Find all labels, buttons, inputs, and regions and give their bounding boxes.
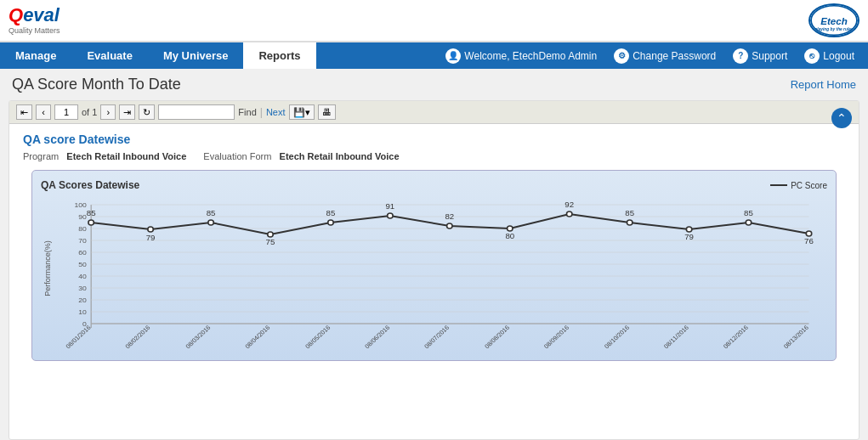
x-label-4: 08/05/2016	[304, 324, 332, 349]
y-axis-label: Performance(%)	[43, 240, 51, 296]
label-6: 82	[445, 212, 454, 221]
chart-container: QA Scores Datewise PC Score Performance(…	[31, 170, 837, 361]
nav-my-universe[interactable]: My Universe	[148, 42, 244, 69]
point-2	[208, 220, 213, 225]
qa-scores-chart: Performance(%) 100 90 80 70 60 50	[41, 196, 827, 349]
label-8: 92	[564, 200, 574, 209]
nav-logout[interactable]: ⎋ Logout	[797, 45, 861, 67]
print-button[interactable]: 🖶	[318, 104, 336, 120]
find-button[interactable]: Find	[238, 107, 256, 117]
x-label-7: 08/08/2016	[483, 324, 511, 349]
svg-text:40: 40	[78, 272, 87, 280]
label-5: 91	[385, 202, 394, 211]
last-page-button[interactable]: ⇥	[119, 104, 135, 120]
report-toolbar: ⇤ ‹ of 1 › ⇥ ↻ Find | Next 💾▾ 🖶	[9, 101, 859, 124]
next-button[interactable]: Next	[266, 107, 286, 117]
report-section-title: QA score Datewise	[23, 133, 845, 146]
next-page-button[interactable]: ›	[100, 104, 116, 120]
legend-label: PC Score	[791, 181, 827, 190]
logo-tagline: Quality Matters	[9, 26, 60, 35]
nav-welcome: 👤 Welcome, EtechDemo Admin	[439, 45, 604, 67]
nav-reports[interactable]: Reports	[243, 42, 315, 69]
main-content: ⌃ ⇤ ‹ of 1 › ⇥ ↻ Find | Next 💾▾ 🖶 QA sco…	[9, 100, 859, 440]
nav-evaluate[interactable]: Evaluate	[71, 42, 147, 69]
point-3	[268, 232, 273, 237]
program-value: Etech Retail Inbound Voice	[66, 151, 186, 161]
x-label-9: 08/10/2016	[603, 324, 631, 349]
first-page-button[interactable]: ⇤	[16, 104, 32, 120]
eval-form-value: Etech Retail Inbound Voice	[280, 151, 400, 161]
nav-change-password[interactable]: ⚙ Change Password	[607, 45, 723, 67]
svg-text:50: 50	[78, 260, 87, 268]
nav-support[interactable]: ? Support	[726, 45, 794, 67]
x-label-0: 08/01/2016	[64, 324, 92, 349]
page-of-text: of 1	[82, 107, 97, 117]
point-1	[148, 227, 153, 232]
point-6	[447, 223, 452, 228]
refresh-button[interactable]: ↻	[139, 104, 155, 120]
label-9: 85	[625, 209, 634, 217]
search-input[interactable]	[158, 104, 235, 120]
legend-line-icon	[770, 184, 787, 186]
label-3: 75	[266, 238, 275, 246]
page-title-bar: QA Score Month To Date Report Home	[0, 69, 868, 97]
label-1: 79	[146, 234, 156, 242]
point-11	[746, 220, 751, 225]
user-icon: 👤	[445, 48, 461, 64]
x-label-12: 08/13/2016	[782, 324, 810, 349]
chart-legend: PC Score	[770, 181, 827, 190]
x-label-6: 08/07/2016	[423, 324, 451, 349]
label-4: 85	[326, 209, 336, 217]
logout-icon: ⎋	[804, 48, 820, 64]
point-9	[627, 220, 632, 225]
point-4	[328, 220, 333, 225]
report-inner: QA score Datewise Program Etech Retail I…	[9, 124, 859, 369]
nav-manage[interactable]: Manage	[0, 42, 71, 69]
export-button[interactable]: 💾▾	[289, 104, 315, 120]
key-icon: ⚙	[614, 48, 629, 64]
chart-title-row: QA Scores Datewise PC Score	[41, 179, 827, 191]
x-label-2: 08/03/2016	[184, 324, 212, 349]
qeval-logo: Qeval Quality Matters	[9, 6, 60, 35]
prev-page-button[interactable]: ‹	[36, 104, 51, 120]
etech-logo-svg: Etech playing by the rules	[810, 4, 858, 37]
support-icon: ?	[733, 48, 748, 64]
program-label: Program	[23, 151, 59, 161]
label-11: 85	[744, 209, 753, 217]
label-0: 85	[87, 209, 96, 217]
point-8	[566, 212, 571, 217]
point-0	[88, 220, 94, 225]
report-meta: Program Etech Retail Inbound Voice Evalu…	[23, 151, 845, 161]
svg-text:60: 60	[78, 248, 87, 257]
label-7: 80	[505, 232, 514, 240]
point-7	[508, 226, 513, 231]
svg-text:playing by the rules: playing by the rules	[814, 27, 854, 31]
svg-text:90: 90	[78, 212, 87, 221]
svg-text:30: 30	[78, 284, 87, 292]
page-number-input[interactable]	[54, 104, 78, 120]
nav-left: Manage Evaluate My Universe Reports	[0, 42, 316, 69]
page-title: QA Score Month To Date	[12, 76, 181, 93]
eval-form-meta: Evaluation Form Etech Retail Inbound Voi…	[203, 151, 399, 161]
collapse-button[interactable]: ⌃	[831, 108, 852, 128]
label-12: 76	[804, 237, 814, 245]
etech-logo: Etech playing by the rules	[808, 3, 859, 37]
svg-text:Etech: Etech	[820, 16, 848, 26]
svg-text:20: 20	[78, 296, 87, 304]
x-label-5: 08/06/2016	[363, 324, 391, 349]
program-meta: Program Etech Retail Inbound Voice	[23, 151, 186, 161]
logo-q-letter: Q	[9, 4, 23, 25]
svg-text:70: 70	[78, 236, 87, 245]
logo-area: Qeval Quality Matters	[9, 6, 60, 35]
x-label-11: 08/12/2016	[722, 324, 750, 349]
report-home-link[interactable]: Report Home	[791, 78, 856, 91]
eval-form-label: Evaluation Form	[203, 151, 271, 161]
x-label-1: 08/02/2016	[123, 324, 151, 349]
x-label-10: 08/11/2016	[662, 324, 690, 349]
nav-bar: Manage Evaluate My Universe Reports 👤 We…	[0, 42, 868, 69]
svg-text:100: 100	[74, 200, 87, 209]
svg-text:80: 80	[78, 224, 87, 233]
x-label-8: 08/09/2016	[542, 324, 570, 349]
nav-right: 👤 Welcome, EtechDemo Admin ⚙ Change Pass…	[439, 45, 868, 67]
label-10: 79	[684, 233, 694, 241]
